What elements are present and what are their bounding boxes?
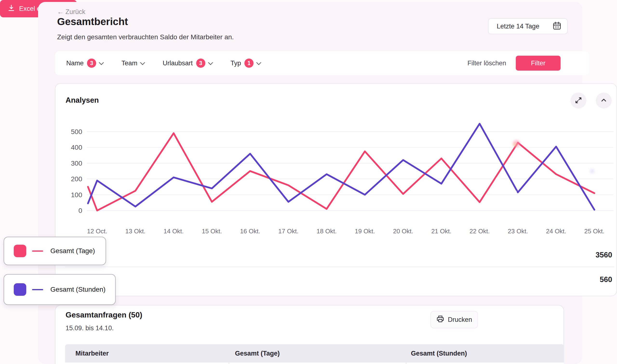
legend-card-gesamt-tage[interactable]: Gesamt (Tage)	[4, 237, 106, 265]
expand-icon	[574, 96, 582, 105]
analyses-title: Analysen	[65, 96, 99, 105]
total-days-value: 3560	[596, 251, 612, 259]
chevron-down-icon	[140, 60, 145, 65]
filter-typ-label: Typ	[231, 60, 241, 67]
filter-name-label: Name	[66, 60, 84, 67]
legend-card-gesamt-stunden[interactable]: Gesamt (Stunden)	[4, 274, 116, 305]
filter-urlaubsart-count-badge: 3	[196, 59, 205, 68]
date-range-value: Letzte 14 Tage	[497, 23, 552, 30]
requests-date-range: 15.09. bis 14.10.	[65, 325, 114, 332]
legend-label: Gesamt (Tage)	[50, 247, 95, 255]
analyses-panel	[55, 83, 617, 296]
filter-bar: Name 3 Team Urlaubsart 3 Typ 1 Filter lö…	[55, 51, 589, 75]
filter-name[interactable]: Name 3	[66, 59, 103, 68]
total-hours-value: 560	[600, 275, 612, 284]
apply-filter-button[interactable]: Filter	[516, 56, 561, 71]
download-icon	[7, 4, 15, 13]
filter-urlaubsart[interactable]: Urlaubsart 3	[163, 59, 212, 68]
calendar-icon	[552, 21, 562, 32]
column-header-gesamt-stunden: Gesamt (Stunden)	[411, 344, 467, 363]
chevron-up-icon	[600, 96, 608, 105]
collapse-panel-button[interactable]	[596, 92, 612, 108]
filter-urlaubsart-label: Urlaubsart	[163, 60, 193, 67]
requests-table-header: Mitarbeiter Gesamt (Tage) Gesamt (Stunde…	[65, 344, 564, 363]
chevron-down-icon	[256, 60, 261, 65]
filter-typ-count-badge: 1	[244, 59, 254, 68]
printer-icon	[436, 315, 444, 325]
date-range-picker[interactable]: Letzte 14 Tage	[488, 18, 568, 34]
legend-line-sample-purple	[32, 289, 43, 290]
expand-chart-button[interactable]	[570, 92, 586, 108]
filter-team-label: Team	[121, 60, 137, 67]
legend-line-sample-pink	[32, 250, 43, 252]
column-divider	[406, 363, 406, 364]
legend-swatch-purple	[14, 283, 26, 296]
filter-typ[interactable]: Typ 1	[231, 59, 261, 68]
back-link[interactable]: ← Zurück	[57, 8, 85, 16]
column-divider	[229, 363, 229, 364]
column-header-mitarbeiter: Mitarbeiter	[76, 344, 109, 363]
requests-section-title: Gesamtanfragen (50)	[65, 311, 142, 319]
totals-row-divider	[65, 267, 614, 267]
print-button-label: Drucken	[448, 316, 472, 324]
page-subtitle: Zeigt den gesamten verbrauchten Saldo de…	[57, 33, 234, 41]
chevron-down-icon	[208, 60, 213, 65]
column-header-gesamt-tage: Gesamt (Tage)	[235, 344, 280, 363]
page-title: Gesamtbericht	[57, 16, 128, 27]
filter-name-count-badge: 3	[87, 59, 96, 68]
print-button[interactable]: Drucken	[430, 311, 478, 328]
page: ← Zurück Gesamtbericht Zeigt den gesamte…	[0, 0, 617, 364]
legend-label: Gesamt (Stunden)	[50, 286, 105, 293]
chevron-down-icon	[99, 60, 104, 65]
filter-team[interactable]: Team	[121, 60, 144, 67]
legend-swatch-pink	[14, 245, 26, 257]
table-row	[65, 363, 564, 364]
clear-filters-link[interactable]: Filter löschen	[467, 60, 506, 67]
